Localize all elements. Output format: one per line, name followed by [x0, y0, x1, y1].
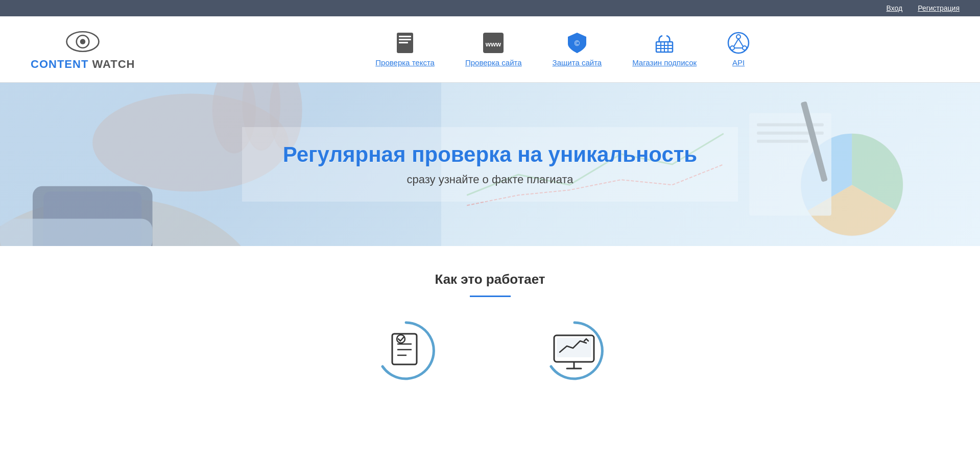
- top-bar: Вход Регистрация: [0, 0, 980, 16]
- hero-text-box: Регулярная проверка на уникальность сраз…: [242, 127, 738, 202]
- shield-icon: ©: [566, 32, 588, 54]
- svg-rect-7: [399, 42, 408, 43]
- svg-point-19: [730, 46, 734, 50]
- nav-item-shop[interactable]: Магазин подписок: [632, 32, 697, 67]
- www-icon: www: [482, 32, 505, 54]
- how-divider: [470, 296, 511, 297]
- svg-point-18: [736, 35, 740, 39]
- svg-rect-5: [399, 36, 411, 37]
- main-nav: Проверка текста www Проверка сайта © Защ…: [176, 32, 949, 67]
- nav-label-shop: Магазин подписок: [632, 58, 697, 67]
- svg-rect-34: [757, 124, 824, 127]
- how-icon-checklist: [373, 317, 439, 384]
- api-icon: [727, 32, 750, 54]
- logo-text: CONTENT WATCH: [31, 58, 135, 71]
- header: © CONTENT WATCH Проверка текста: [0, 16, 980, 83]
- nav-item-api[interactable]: API: [727, 32, 750, 67]
- nav-label-check-site: Проверка сайта: [465, 58, 522, 67]
- nav-item-protect-site[interactable]: © Защита сайта: [553, 32, 602, 67]
- register-link[interactable]: Регистрация: [918, 4, 960, 12]
- basket-icon: [653, 32, 676, 54]
- how-icons-row: [0, 317, 980, 394]
- svg-line-22: [738, 39, 743, 46]
- svg-text:www: www: [485, 40, 501, 48]
- svg-line-21: [734, 39, 738, 46]
- svg-point-20: [743, 46, 747, 50]
- logo-eye-icon: ©: [65, 28, 101, 56]
- how-section: Как это работает: [0, 246, 980, 409]
- nav-label-protect-site: Защита сайта: [553, 58, 602, 67]
- hero-banner: Регулярная проверка на уникальность сраз…: [0, 83, 980, 246]
- how-icon-monitor: [541, 317, 608, 384]
- login-link[interactable]: Вход: [886, 4, 902, 12]
- nav-item-check-site[interactable]: www Проверка сайта: [465, 32, 522, 67]
- svg-rect-27: [0, 219, 153, 246]
- nav-label-api: API: [732, 58, 745, 67]
- logo[interactable]: © CONTENT WATCH: [31, 28, 135, 71]
- hero-title: Регулярная проверка на уникальность: [283, 142, 697, 167]
- nav-item-check-text[interactable]: Проверка текста: [375, 32, 435, 67]
- svg-rect-36: [757, 140, 808, 143]
- how-title: Как это работает: [0, 272, 980, 287]
- svg-text:©: ©: [575, 39, 580, 47]
- svg-text:©: ©: [80, 39, 85, 45]
- circle-icon-monitor: [541, 317, 608, 384]
- svg-rect-6: [399, 39, 411, 40]
- nav-label-check-text: Проверка текста: [375, 58, 435, 67]
- hero-subtitle: сразу узнайте о факте плагиата: [283, 173, 697, 186]
- document-icon: [394, 32, 416, 54]
- circle-icon-checklist: [373, 317, 439, 384]
